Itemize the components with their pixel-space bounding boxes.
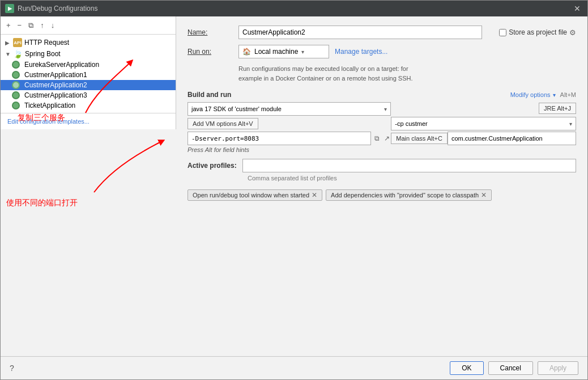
profiles-input[interactable] [242, 159, 576, 172]
name-input[interactable] [238, 26, 482, 39]
tree-item-customer2[interactable]: CustmerApplication2 [1, 80, 176, 90]
left-panel-wrapper: + − ⧉ ↑ ↓ ▶ API HTTP Request [1, 16, 176, 356]
bottom-link[interactable]: Edit configuration templates... [1, 113, 176, 129]
close-button[interactable]: ✕ [572, 4, 583, 13]
dialog-title: Run/Debug Configurations [18, 5, 97, 12]
sdk-label: java 17 SDK of 'custmer' module [191, 105, 282, 112]
mainclass-area: Main class Alt+C com.custmer.CustmerAppl… [391, 132, 576, 145]
edit-templates-link[interactable]: Edit configuration templates... [7, 118, 90, 125]
expand-icon[interactable]: ⧉ [373, 133, 381, 143]
gear-icon: ⚙ [569, 28, 576, 37]
modify-options-area: Modify options ▾ Alt+M [510, 91, 576, 98]
sdk-dropdown[interactable]: java 17 SDK of 'custmer' module ▾ [188, 102, 391, 116]
move-down-button[interactable]: ↓ [49, 20, 57, 31]
app-icon-customer1 [12, 71, 20, 79]
tree-item-customer1[interactable]: CustmerApplication1 [1, 70, 176, 80]
run-on-value: Local machine [254, 48, 298, 56]
program-args-input[interactable] [188, 132, 371, 145]
tag-run-debug-label: Open run/debug tool window when started [193, 192, 309, 199]
config-tree: ▶ API HTTP Request ▼ 🍃 Spring Boot Eurek… [1, 35, 176, 113]
app-icon-ticket [12, 102, 20, 109]
http-request-label: HTTP Request [24, 39, 69, 47]
tree-item-eureka[interactable]: EurekaServerApplication [1, 60, 176, 70]
store-checkbox[interactable] [499, 29, 506, 36]
annotation-port: 使用不同的端口打开 [6, 198, 78, 208]
app-icon-customer3 [12, 91, 20, 99]
expand-arrow: ▶ [5, 40, 11, 46]
cp-chevron-icon: ▾ [569, 121, 572, 127]
run-on-dropdown[interactable]: 🏠 Local machine ▾ [238, 45, 329, 58]
cp-label: -cp custmer [395, 120, 427, 127]
vm-options-button[interactable]: Add VM options Alt+V [188, 118, 258, 129]
right-panel: Name: Store as project file ⚙ Run on: 🏠 … [176, 16, 587, 356]
tag-run-debug-close[interactable]: ✕ [312, 191, 317, 199]
title-bar-left: ▶ Run/Debug Configurations [5, 4, 97, 13]
profiles-row: Active profiles: [188, 159, 576, 172]
help-icon[interactable]: ? [10, 364, 14, 373]
main-class-field: com.custmer.CustmerApplication [448, 132, 576, 145]
name-row: Name: Store as project file ⚙ [188, 26, 576, 39]
main-content: + − ⧉ ↑ ↓ ▶ API HTTP Request [1, 16, 587, 356]
eureka-label: EurekaServerApplication [24, 61, 99, 69]
modify-options-shortcut: Alt+M [560, 91, 576, 98]
profiles-hint: Comma separated list of profiles [248, 175, 576, 181]
hint-text: Press Alt for field hints [188, 146, 576, 153]
jre-area: JRE Alt+J [391, 102, 576, 115]
cp-field: -cp custmer ▾ [391, 117, 576, 130]
run-on-row: Run on: 🏠 Local machine ▾ Manage targets… [188, 45, 576, 58]
ok-button[interactable]: OK [450, 361, 483, 375]
add-config-button[interactable]: + [4, 20, 13, 31]
app-icon-customer2 [12, 81, 20, 89]
build-run-section-header: Build and run Modify options ▾ Alt+M [188, 91, 576, 99]
copy-config-button[interactable]: ⧉ [26, 20, 36, 31]
remove-config-button[interactable]: − [15, 20, 24, 31]
expand-arrow-icon[interactable]: ↗ [383, 133, 391, 143]
customer3-label: CustmerApplication3 [24, 91, 87, 99]
modify-options-arrow: ▾ [553, 92, 556, 98]
jre-button[interactable]: JRE Alt+J [539, 103, 576, 114]
tree-item-customer3[interactable]: CustmerApplication3 [1, 90, 176, 100]
app-icon-eureka [12, 61, 20, 69]
spring-boot-icon: 🍃 [13, 49, 23, 58]
tree-item-http-request[interactable]: ▶ API HTTP Request [1, 37, 176, 48]
footer-buttons: OK Cancel Apply [450, 361, 578, 375]
apply-button[interactable]: Apply [538, 361, 578, 375]
tag-dependencies-close[interactable]: ✕ [481, 191, 487, 199]
ticket-label: TicketApplication [24, 102, 75, 109]
args-area: ⧉ ↗ [188, 132, 391, 145]
sdk-chevron-icon: ▾ [384, 106, 387, 112]
args-mainclass-row: ⧉ ↗ Main class Alt+C com.custmer.Custmer… [188, 132, 576, 145]
title-bar: ▶ Run/Debug Configurations ✕ [1, 1, 587, 16]
info-text: Run configurations may be executed local… [238, 64, 576, 83]
customer1-label: CustmerApplication1 [24, 71, 87, 79]
jre-row: java 17 SDK of 'custmer' module ▾ JRE Al… [188, 102, 576, 116]
move-up-button[interactable]: ↑ [38, 20, 46, 31]
cancel-button[interactable]: Cancel [488, 361, 533, 375]
profiles-label: Active profiles: [188, 162, 237, 170]
run-debug-dialog: ▶ Run/Debug Configurations ✕ + − ⧉ ↑ ↓ [0, 0, 588, 380]
tree-item-spring-boot[interactable]: ▼ 🍃 Spring Boot [1, 48, 176, 60]
spring-boot-label: Spring Boot [25, 50, 61, 58]
chevron-down-icon: ▾ [301, 49, 304, 55]
customer2-label: CustmerApplication2 [24, 81, 87, 89]
vm-cp-row: Add VM options Alt+V -cp custmer ▾ [188, 117, 576, 130]
name-label: Name: [188, 28, 233, 36]
api-icon: API [13, 38, 22, 47]
run-on-label: Run on: [188, 48, 233, 56]
left-panel: + − ⧉ ↑ ↓ ▶ API HTTP Request [1, 16, 176, 129]
main-class-value: com.custmer.CustmerApplication [451, 135, 543, 142]
modify-options-link[interactable]: Modify options [510, 91, 551, 98]
store-label: Store as project file [509, 28, 567, 36]
home-icon: 🏠 [242, 48, 251, 56]
main-class-button[interactable]: Main class Alt+C [391, 133, 448, 144]
tag-dependencies: Add dependencies with "provided" scope t… [326, 189, 492, 201]
tags-row: Open run/debug tool window when started … [188, 189, 576, 201]
tree-item-ticket[interactable]: TicketApplication [1, 100, 176, 111]
manage-targets-link[interactable]: Manage targets... [335, 48, 387, 56]
dialog-icon: ▶ [5, 4, 14, 13]
build-run-label: Build and run [188, 91, 231, 99]
vm-area: Add VM options Alt+V [188, 117, 391, 130]
sdk-area: java 17 SDK of 'custmer' module ▾ [188, 102, 391, 116]
store-checkbox-area: Store as project file ⚙ [499, 28, 576, 37]
dialog-footer: ? OK Cancel Apply [1, 356, 587, 379]
